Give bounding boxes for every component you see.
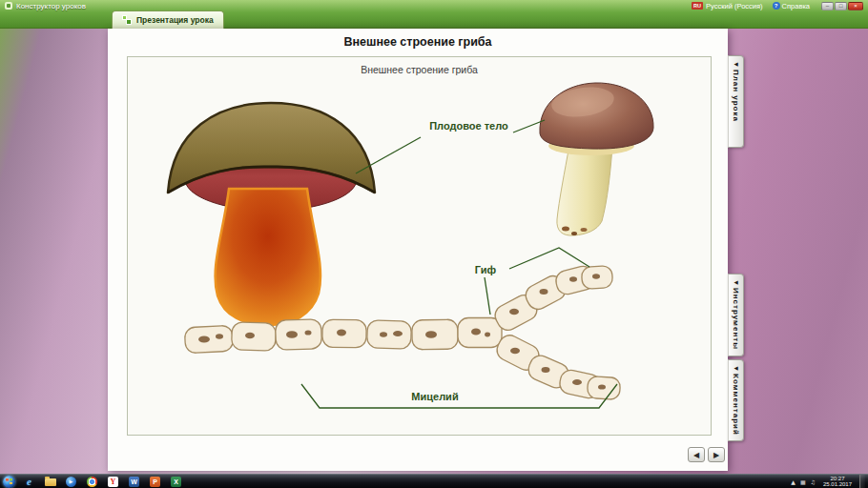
language-flag-icon: RU bbox=[692, 2, 703, 10]
side-tab-comment[interactable]: ◀ Комментарий bbox=[728, 359, 744, 441]
taskbar-icon-excel[interactable]: X bbox=[169, 476, 183, 488]
hidden-icons-arrow-icon[interactable]: ▲ bbox=[791, 478, 796, 485]
folder-icon bbox=[45, 478, 56, 486]
tab-label: Презентация урока bbox=[136, 15, 214, 25]
diagram-canvas bbox=[128, 57, 711, 435]
nav-forward-button[interactable]: ▶ bbox=[708, 447, 725, 462]
chevron-left-icon: ◀ bbox=[734, 279, 737, 285]
taskbar: e ▶ Y W P X ▲ ▦ ♫ 20:27 25.01.2017 bbox=[0, 474, 868, 488]
tray-indicator-icon[interactable]: ▦ bbox=[800, 478, 806, 485]
language-indicator[interactable]: RU Русский (Россия) bbox=[692, 2, 762, 10]
internet-explorer-icon: e bbox=[27, 476, 31, 487]
taskbar-icon-media-player[interactable]: ▶ bbox=[64, 476, 78, 488]
taskbar-icon-powerpoint[interactable]: P bbox=[148, 476, 162, 488]
start-button[interactable] bbox=[3, 476, 15, 488]
side-tab-tools[interactable]: ◀ Инструменты bbox=[728, 274, 744, 356]
help-label: Справка bbox=[782, 2, 810, 10]
excel-icon: X bbox=[171, 477, 181, 487]
minimize-button[interactable]: – bbox=[821, 2, 834, 10]
slide-navigation: ◀ ▶ bbox=[688, 447, 725, 462]
mushroom-photo bbox=[540, 83, 653, 235]
label-hypha: Гиф bbox=[464, 264, 507, 275]
tab-lesson-presentation[interactable]: Презентация урока bbox=[112, 10, 224, 29]
taskbar-icon-explorer[interactable] bbox=[43, 476, 57, 488]
slide-title: Внешнее строение гриба bbox=[108, 35, 728, 49]
window-controls: – □ × bbox=[821, 2, 863, 10]
blocks-icon bbox=[122, 15, 132, 25]
help-icon: ? bbox=[773, 2, 780, 10]
diagram-subtitle: Внешнее строение гриба bbox=[128, 64, 711, 75]
yandex-icon: Y bbox=[108, 477, 118, 487]
side-tab-lesson-plan[interactable]: ◀ План урока bbox=[728, 55, 744, 148]
taskbar-icon-yandex[interactable]: Y bbox=[106, 476, 120, 488]
side-tab-label: План урока bbox=[732, 70, 740, 122]
maximize-button[interactable]: □ bbox=[835, 2, 847, 10]
taskbar-icon-internet-explorer[interactable]: e bbox=[22, 476, 36, 488]
window-header: Конструктор уроков RU Русский (Россия) ?… bbox=[0, 0, 868, 29]
slide: Внешнее строение гриба bbox=[108, 29, 728, 471]
system-tray: ▲ ▦ ♫ 20:27 25.01.2017 bbox=[791, 475, 865, 488]
language-name: Русский (Россия) bbox=[706, 2, 763, 10]
nav-back-button[interactable]: ◀ bbox=[688, 447, 705, 462]
chrome-icon bbox=[87, 477, 97, 487]
clock-date: 25.01.2017 bbox=[823, 481, 852, 488]
chevron-left-icon: ◀ bbox=[734, 365, 737, 371]
close-button[interactable]: × bbox=[848, 2, 863, 10]
app-icon bbox=[5, 2, 12, 10]
clock[interactable]: 20:27 25.01.2017 bbox=[820, 476, 855, 488]
label-mycelium: Мицелий bbox=[387, 391, 483, 402]
side-tab-label: Инструменты bbox=[732, 288, 740, 350]
diagram-panel: Внешнее строение гриба Плодовое тело Гиф… bbox=[127, 56, 712, 436]
chevron-left-icon: ◀ bbox=[734, 61, 737, 67]
show-desktop-button[interactable] bbox=[859, 475, 865, 488]
volume-icon[interactable]: ♫ bbox=[811, 478, 816, 485]
taskbar-icon-word[interactable]: W bbox=[127, 476, 141, 488]
taskbar-icon-chrome[interactable] bbox=[85, 476, 99, 488]
mushroom-illustration bbox=[168, 103, 375, 325]
side-tab-label: Комментарий bbox=[732, 374, 740, 436]
window-title: Конструктор уроков bbox=[16, 2, 86, 10]
label-fruiting-body: Плодовое тело bbox=[414, 120, 524, 132]
word-icon: W bbox=[129, 477, 139, 487]
help-button[interactable]: ? Справка bbox=[773, 2, 810, 10]
desktop: Конструктор уроков RU Русский (Россия) ?… bbox=[0, 0, 868, 488]
powerpoint-icon: P bbox=[150, 477, 160, 487]
media-player-icon: ▶ bbox=[66, 477, 76, 487]
